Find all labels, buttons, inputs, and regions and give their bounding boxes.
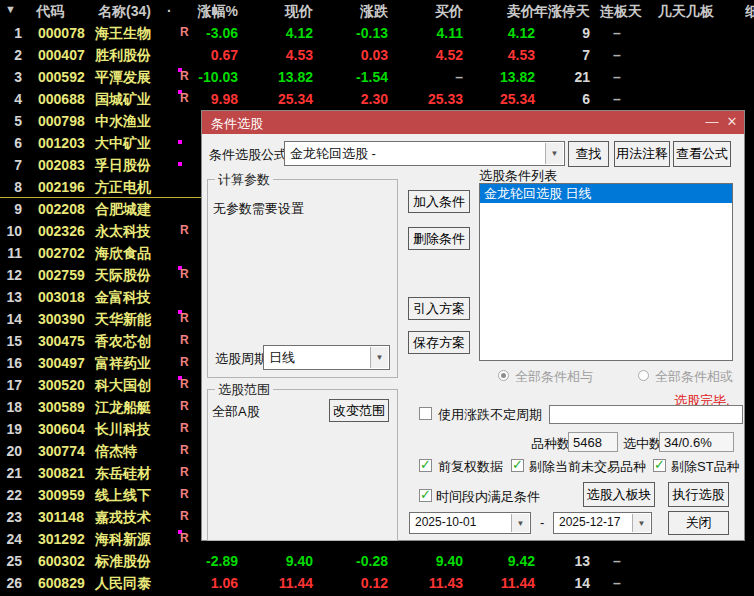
period-combobox[interactable]: 日线 ▼ bbox=[263, 345, 390, 370]
col-header-lianban[interactable]: 连板天 bbox=[600, 3, 634, 21]
app-root: { "colors":{"up":"#ff3434","down":"#00dc… bbox=[0, 0, 754, 596]
uncertain-period-input[interactable] bbox=[549, 405, 743, 424]
save-plan-button[interactable]: 保存方案 bbox=[408, 331, 470, 354]
margin-trading-icon: R bbox=[180, 531, 189, 549]
col-header-chg[interactable]: 涨跌 bbox=[360, 3, 388, 21]
col-header-buy[interactable]: 买价 bbox=[435, 3, 463, 21]
usage-notes-button[interactable]: 用法注释 bbox=[614, 141, 670, 167]
marker-cell: R bbox=[178, 374, 194, 396]
import-plan-button[interactable]: 引入方案 bbox=[408, 297, 470, 320]
table-row[interactable]: 4000688国城矿业R9.9825.342.3025.3325.346– bbox=[0, 88, 754, 110]
current-price: 13.82 bbox=[278, 69, 313, 85]
checkbox-timerange-label: 时间段内满足条件 bbox=[436, 488, 540, 506]
table-row[interactable]: 1000078海王生物R-3.064.12-0.134.114.129– bbox=[0, 22, 754, 44]
formula-combobox[interactable]: 金龙轮回选股 - ▼ bbox=[284, 141, 565, 166]
condition-listbox[interactable]: 金龙轮回选股 日线 bbox=[479, 183, 733, 361]
checkbox-forward-adjusted[interactable]: ✓ bbox=[419, 459, 432, 472]
margin-trading-icon: R bbox=[180, 25, 189, 43]
stock-code: 000688 bbox=[38, 91, 85, 107]
marker-cell: R bbox=[178, 418, 194, 440]
marker-cell: R bbox=[178, 396, 194, 418]
minimize-icon[interactable]: — bbox=[702, 111, 722, 133]
table-header: ▼ 代码 名称(34) · 涨幅% 现价 涨跌 买价 卖价 年涨停天 连板天 几… bbox=[0, 0, 754, 22]
stock-code: 300520 bbox=[38, 377, 85, 393]
close-icon[interactable]: ✕ bbox=[722, 111, 742, 133]
checkbox-remove-st-label: 剔除ST品种 bbox=[671, 458, 740, 476]
year-limitup-days: 9 bbox=[582, 25, 590, 41]
date-range-separator: - bbox=[540, 515, 544, 530]
col-header-limitdays[interactable]: 年涨停天 bbox=[534, 3, 590, 21]
radio-all-and[interactable] bbox=[498, 370, 509, 381]
col-header-name[interactable]: 名称(34) bbox=[98, 3, 151, 21]
table-row[interactable]: 3000592平潭发展R-10.0313.82-1.54–13.8221– bbox=[0, 66, 754, 88]
stock-code: 300604 bbox=[38, 421, 85, 437]
col-header-jitian[interactable]: 几天几板 bbox=[658, 3, 714, 21]
marker-cell: R bbox=[178, 88, 194, 110]
checkbox-uncertain-period[interactable] bbox=[419, 407, 432, 420]
margin-trading-icon: R bbox=[180, 69, 189, 87]
pick-to-board-button[interactable]: 选股入板块 bbox=[583, 482, 655, 507]
checkbox-timerange[interactable]: ✓ bbox=[419, 489, 432, 502]
chevron-down-icon[interactable]: ▼ bbox=[370, 347, 388, 368]
pct-change: 9.98 bbox=[211, 91, 238, 107]
buy-price: 11.43 bbox=[429, 575, 463, 591]
stock-name: 科大国创 bbox=[95, 377, 151, 395]
buy-price: 4.11 bbox=[437, 25, 463, 41]
table-row[interactable]: 2000407胜利股份0.674.530.034.524.537– bbox=[0, 44, 754, 66]
lianban-days: – bbox=[600, 575, 634, 591]
row-index: 12 bbox=[2, 267, 22, 283]
change-range-button[interactable]: 改变范围 bbox=[329, 399, 389, 422]
marker-cell: R bbox=[178, 528, 194, 550]
col-header-sell[interactable]: 卖价 bbox=[507, 3, 535, 21]
sort-arrow-icon[interactable]: ▼ bbox=[5, 3, 16, 15]
current-price: 25.34 bbox=[278, 91, 313, 107]
sell-price: 25.34 bbox=[500, 91, 535, 107]
stock-name: 人民同泰 bbox=[95, 575, 151, 593]
stock-name: 孚日股份 bbox=[95, 157, 151, 175]
row-index: 9 bbox=[2, 201, 22, 217]
year-limitup-days: 13 bbox=[574, 553, 590, 569]
buy-price: 4.52 bbox=[436, 47, 463, 63]
marker-cell bbox=[178, 132, 194, 154]
row-index: 10 bbox=[2, 223, 22, 239]
row-index: 5 bbox=[2, 113, 22, 129]
chevron-down-icon[interactable]: ▼ bbox=[632, 514, 650, 532]
col-header-code[interactable]: 代码 bbox=[36, 3, 64, 21]
params-group-label: 计算参数 bbox=[215, 171, 273, 189]
close-button[interactable]: 关闭 bbox=[668, 511, 729, 535]
row-separator-line bbox=[0, 197, 201, 198]
date-from-combobox[interactable]: 2025-10-01 ▼ bbox=[409, 512, 531, 534]
dialog-titlebar[interactable]: 条件选股 — ✕ bbox=[202, 111, 744, 134]
table-row[interactable]: 25600302标准股份-2.899.40-0.289.409.4213– bbox=[0, 550, 754, 572]
radio-all-or[interactable] bbox=[638, 370, 649, 381]
col-header-price[interactable]: 现价 bbox=[285, 3, 313, 21]
table-row[interactable]: 26600829人民同泰1.0611.440.1211.4311.4414– bbox=[0, 572, 754, 594]
delete-condition-button[interactable]: 删除条件 bbox=[408, 227, 470, 250]
margin-trading-icon: R bbox=[180, 223, 189, 241]
margin-trading-icon: R bbox=[180, 377, 189, 395]
checkbox-remove-st[interactable]: ✓ bbox=[653, 459, 666, 472]
stock-code: 002196 bbox=[38, 179, 85, 195]
radio-all-and-label: 全部条件相与 bbox=[515, 368, 593, 386]
execute-pick-button[interactable]: 执行选股 bbox=[668, 482, 729, 507]
col-header-pct[interactable]: 涨幅% bbox=[198, 3, 238, 21]
margin-trading-icon: R bbox=[180, 443, 189, 461]
margin-trading-icon: R bbox=[180, 91, 189, 109]
chevron-down-icon[interactable]: ▼ bbox=[511, 514, 529, 532]
stock-name: 胜利股份 bbox=[95, 47, 151, 65]
margin-trading-icon: R bbox=[180, 355, 189, 373]
stock-code: 600829 bbox=[38, 575, 85, 591]
stock-code: 300774 bbox=[38, 443, 85, 459]
chevron-down-icon[interactable]: ▼ bbox=[545, 143, 563, 164]
find-button[interactable]: 查找 bbox=[568, 141, 609, 167]
condition-list-item-selected[interactable]: 金龙轮回选股 日线 bbox=[480, 184, 732, 203]
row-index: 11 bbox=[2, 245, 22, 261]
pct-change: -10.03 bbox=[198, 69, 238, 85]
view-formula-button[interactable]: 查看公式 bbox=[673, 141, 731, 167]
checkbox-remove-untraded[interactable]: ✓ bbox=[511, 459, 524, 472]
date-to-combobox[interactable]: 2025-12-17 ▼ bbox=[553, 512, 652, 534]
sell-price: 11.44 bbox=[501, 575, 535, 591]
stock-name: 江龙船艇 bbox=[95, 399, 151, 417]
add-condition-button[interactable]: 加入条件 bbox=[408, 190, 470, 213]
col-header-partial: 细 bbox=[745, 3, 754, 21]
